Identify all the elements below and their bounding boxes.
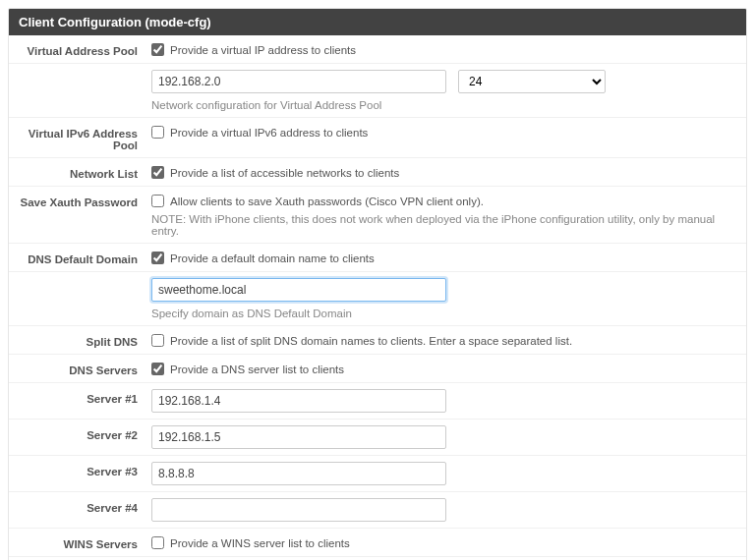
checkbox-network-list[interactable] [151, 166, 164, 179]
label-dns-server-1: Server #1 [19, 389, 151, 405]
checkbox-dns-default-domain[interactable] [151, 252, 164, 264]
desc-save-xauth: Allow clients to save Xauth passwords (C… [170, 196, 484, 207]
label-virtual-address-pool: Virtual Address Pool [19, 41, 151, 57]
label-wins-servers: WINS Servers [19, 534, 151, 550]
row-wins-servers: WINS Servers Provide a WINS server list … [9, 528, 746, 556]
row-virtual-ipv6-pool: Virtual IPv6 Address Pool Provide a virt… [9, 117, 746, 157]
row-dns-server-2: Server #2 [9, 419, 746, 455]
label-save-xauth: Save Xauth Password [19, 193, 151, 208]
row-phase2-pfs: Phase2 PFS Group Provide the Phase2 PFS … [9, 556, 746, 560]
row-dns-default-domain: DNS Default Domain Provide a default dom… [9, 243, 746, 271]
select-virtual-pool-prefix[interactable]: 24 [458, 70, 606, 93]
row-dns-servers: DNS Servers Provide a DNS server list to… [9, 354, 746, 382]
help-dns-default-domain: Specify domain as DNS Default Domain [151, 308, 736, 319]
checkbox-dns-servers[interactable] [151, 363, 164, 375]
input-dns-default-domain[interactable] [151, 278, 446, 302]
checkbox-split-dns[interactable] [151, 334, 164, 347]
input-dns-server-3[interactable] [151, 462, 446, 485]
input-dns-server-1[interactable] [151, 389, 446, 413]
desc-split-dns: Provide a list of split DNS domain names… [170, 335, 572, 347]
desc-network-list: Provide a list of accessible networks to… [170, 167, 399, 179]
row-network-list: Network List Provide a list of accessibl… [9, 157, 746, 186]
label-virtual-ipv6-pool: Virtual IPv6 Address Pool [19, 124, 151, 151]
panel-body: Virtual Address Pool Provide a virtual I… [9, 35, 746, 560]
row-virtual-address-pool-config: 24 Network configuration for Virtual Add… [9, 63, 746, 117]
row-virtual-address-pool: Virtual Address Pool Provide a virtual I… [9, 35, 746, 63]
desc-wins-servers: Provide a WINS server list to clients [170, 537, 350, 549]
input-dns-server-2[interactable] [151, 425, 446, 449]
checkbox-save-xauth[interactable] [151, 195, 164, 207]
row-dns-server-4: Server #4 [9, 491, 746, 528]
label-split-dns: Split DNS [19, 332, 151, 348]
checkbox-virtual-ipv6-pool[interactable] [151, 126, 164, 139]
client-config-panel: Client Configuration (mode-cfg) Virtual … [8, 8, 747, 560]
label-dns-default-domain: DNS Default Domain [19, 250, 151, 265]
label-dns-server-2: Server #2 [19, 425, 151, 441]
label-dns-servers: DNS Servers [19, 361, 151, 376]
label-dns-server-3: Server #3 [19, 462, 151, 477]
input-dns-server-4[interactable] [151, 498, 446, 522]
checkbox-virtual-address-pool[interactable] [151, 43, 164, 56]
help-virtual-address-pool: Network configuration for Virtual Addres… [151, 99, 736, 111]
panel-title: Client Configuration (mode-cfg) [9, 9, 746, 35]
note-save-xauth: NOTE: With iPhone clients, this does not… [151, 213, 736, 237]
row-dns-default-domain-value: Specify domain as DNS Default Domain [9, 271, 746, 325]
desc-virtual-ipv6-pool: Provide a virtual IPv6 address to client… [170, 127, 368, 139]
desc-virtual-address-pool: Provide a virtual IP address to clients [170, 44, 356, 56]
input-virtual-pool-ip[interactable] [151, 70, 446, 93]
desc-dns-servers: Provide a DNS server list to clients [170, 364, 344, 375]
label-network-list: Network List [19, 164, 151, 180]
desc-dns-default-domain: Provide a default domain name to clients [170, 252, 375, 264]
checkbox-wins-servers[interactable] [151, 536, 164, 549]
row-split-dns: Split DNS Provide a list of split DNS do… [9, 325, 746, 354]
label-dns-server-4: Server #4 [19, 498, 151, 514]
row-dns-server-3: Server #3 [9, 455, 746, 491]
row-dns-server-1: Server #1 [9, 382, 746, 419]
row-save-xauth: Save Xauth Password Allow clients to sav… [9, 186, 746, 243]
